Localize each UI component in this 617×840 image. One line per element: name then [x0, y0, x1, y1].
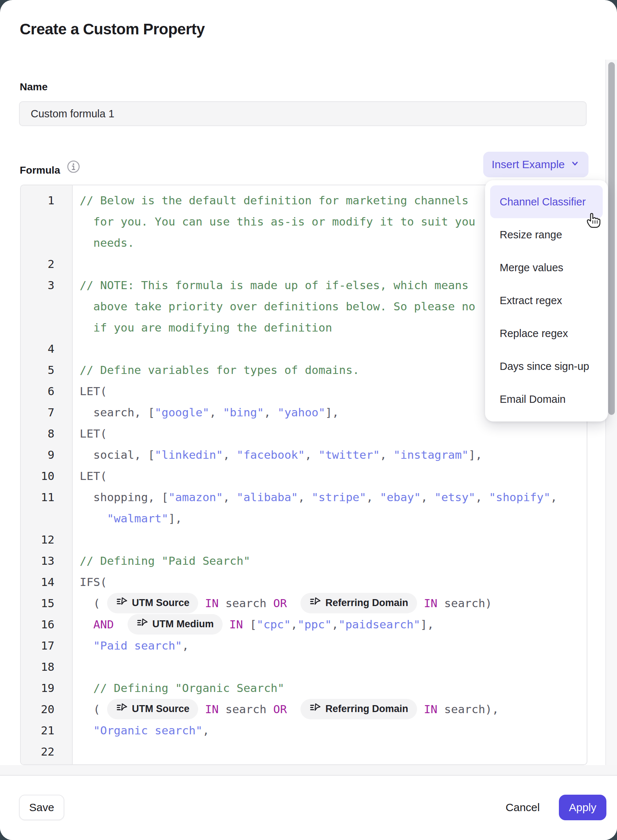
- code-row: 11 shopping, ["amazon", "alibaba", "stri…: [21, 487, 587, 508]
- field-pill-label: UTM Source: [132, 597, 190, 608]
- line-number: 13: [21, 550, 72, 571]
- code-row: 14IFS(: [21, 571, 587, 592]
- apply-button[interactable]: Apply: [559, 795, 607, 820]
- code-line: [72, 656, 587, 677]
- menu-item-replace-regex[interactable]: Replace regex: [490, 317, 603, 350]
- line-number: 16: [21, 614, 72, 635]
- code-row: 16 AND UTM Medium IN ["cpc","ppc","paids…: [21, 614, 587, 635]
- cancel-button[interactable]: Cancel: [494, 795, 551, 820]
- line-number: 17: [21, 635, 72, 656]
- line-number: 2: [21, 253, 72, 275]
- line-number: 8: [21, 423, 72, 444]
- field-pill-label: UTM Medium: [152, 619, 214, 630]
- code-row: 22: [21, 741, 587, 762]
- menu-item-extract-regex[interactable]: Extract regex: [490, 284, 603, 317]
- code-line: IFS(: [72, 571, 587, 592]
- code-line: ( UTM Source IN search OR Referring Doma…: [72, 592, 587, 614]
- line-number: 12: [21, 529, 72, 550]
- code-line: "Organic search",: [72, 720, 587, 741]
- code-line: "Paid search",: [72, 635, 587, 656]
- line-number: 5: [21, 359, 72, 381]
- code-line: ( UTM Source IN search OR Referring Doma…: [72, 698, 587, 720]
- line-number: 22: [21, 741, 72, 762]
- line-number: 1: [21, 190, 72, 211]
- dialog-footer: Save Cancel Apply: [0, 776, 617, 840]
- line-number: 7: [21, 402, 72, 423]
- save-button[interactable]: Save: [19, 795, 64, 820]
- code-row: 17 "Paid search",: [21, 635, 587, 656]
- line-number: 19: [21, 677, 72, 698]
- code-line: LET(: [72, 423, 587, 444]
- code-row: 21 "Organic search",: [21, 720, 587, 741]
- hand-cursor-icon: [585, 211, 602, 230]
- line-number: [21, 296, 72, 317]
- line-number: 11: [21, 487, 72, 508]
- insert-field-icon: [136, 617, 148, 631]
- line-number: 4: [21, 338, 72, 359]
- code-line: AND UTM Medium IN ["cpc","ppc","paidsear…: [72, 614, 587, 635]
- line-number: 10: [21, 465, 72, 487]
- insert-field-icon: [116, 596, 128, 610]
- field-pill-label: UTM Source: [132, 703, 190, 715]
- info-icon: [67, 160, 80, 175]
- line-number: [21, 317, 72, 338]
- insert-field-icon: [309, 702, 321, 716]
- line-number: [21, 211, 72, 232]
- field-pill-utm-medium[interactable]: UTM Medium: [128, 614, 223, 635]
- name-label: Name: [20, 81, 47, 93]
- menu-item-days-since-sign-up[interactable]: Days since sign-up: [490, 350, 603, 383]
- line-number: 14: [21, 571, 72, 592]
- line-number: 18: [21, 656, 72, 677]
- line-number: [21, 232, 72, 253]
- field-pill-label: Referring Domain: [325, 703, 408, 715]
- code-line: [72, 741, 587, 762]
- content-footer-divider: [0, 765, 617, 776]
- field-pill-referring-domain[interactable]: Referring Domain: [300, 593, 417, 613]
- code-line: "walmart"],: [72, 508, 587, 529]
- code-line: // Defining "Paid Search": [72, 550, 587, 571]
- line-number: 21: [21, 720, 72, 741]
- field-pill-referring-domain[interactable]: Referring Domain: [300, 699, 417, 719]
- scrollbar-track[interactable]: [605, 60, 617, 775]
- line-number: 15: [21, 592, 72, 614]
- insert-example-label: Insert Example: [492, 158, 565, 171]
- line-number: 20: [21, 698, 72, 720]
- insert-field-icon: [309, 596, 321, 610]
- line-number: 6: [21, 381, 72, 402]
- code-line: LET(: [72, 465, 587, 487]
- scrollbar-thumb[interactable]: [608, 62, 615, 415]
- code-row: 15 ( UTM Source IN search OR Referring D…: [21, 592, 587, 614]
- code-row: 8LET(: [21, 423, 587, 444]
- insert-field-icon: [116, 702, 128, 716]
- code-row: 18: [21, 656, 587, 677]
- line-number: 3: [21, 275, 72, 296]
- formula-label: Formula: [20, 164, 60, 176]
- field-pill-utm-source[interactable]: UTM Source: [107, 699, 198, 719]
- chevron-down-icon: [570, 158, 580, 171]
- create-custom-property-dialog: Create a Custom Property Name Custom for…: [0, 0, 617, 840]
- field-pill-label: Referring Domain: [325, 597, 408, 608]
- code-line: // Defining "Organic Search": [72, 677, 587, 698]
- menu-item-email-domain[interactable]: Email Domain: [490, 383, 603, 416]
- code-line: shopping, ["amazon", "alibaba", "stripe"…: [72, 487, 587, 508]
- name-input[interactable]: Custom formula 1: [19, 101, 587, 126]
- code-row: 19 // Defining "Organic Search": [21, 677, 587, 698]
- field-pill-utm-source[interactable]: UTM Source: [107, 593, 198, 613]
- line-number: 9: [21, 444, 72, 465]
- name-input-value: Custom formula 1: [31, 108, 114, 120]
- code-row: 10LET(: [21, 465, 587, 487]
- code-row: 13// Defining "Paid Search": [21, 550, 587, 571]
- code-row: 12: [21, 529, 587, 550]
- insert-example-button[interactable]: Insert Example: [483, 152, 589, 177]
- page-title: Create a Custom Property: [20, 21, 205, 38]
- code-line: [72, 529, 587, 550]
- code-row: 20 ( UTM Source IN search OR Referring D…: [21, 698, 587, 720]
- line-number: [21, 508, 72, 529]
- code-row: 9 social, ["linkedin", "facebook", "twit…: [21, 444, 587, 465]
- code-row: "walmart"],: [21, 508, 587, 529]
- menu-item-merge-values[interactable]: Merge values: [490, 251, 603, 284]
- code-line: social, ["linkedin", "facebook", "twitte…: [72, 444, 587, 465]
